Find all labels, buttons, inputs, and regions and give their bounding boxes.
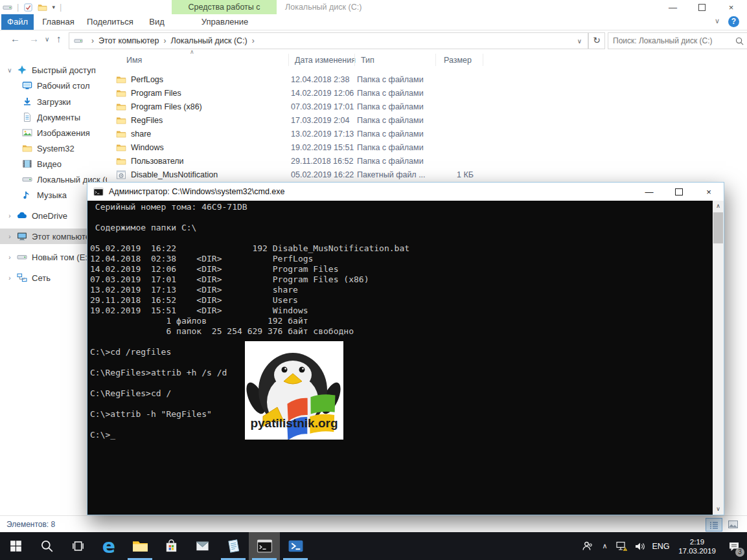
- scrollbar-thumb[interactable]: [713, 212, 723, 243]
- search-input[interactable]: Поиск: Локальный диск (C:): [608, 32, 747, 49]
- music-icon: [22, 190, 32, 200]
- restore-button[interactable]: [687, 0, 717, 14]
- file-row-program-files-x86[interactable]: Program Files (x86) 07.03.2019 17:01 Пап…: [107, 100, 489, 113]
- documents-icon: [22, 112, 32, 122]
- sidebar-item-quick-access[interactable]: ∨ Быстрый доступ: [0, 62, 107, 78]
- edge-button[interactable]: e: [93, 532, 124, 560]
- tab-file[interactable]: Файл: [1, 14, 34, 30]
- cmd-taskbar-button[interactable]: [249, 532, 280, 560]
- folder-icon: [116, 142, 126, 153]
- ribbon-expand-icon[interactable]: ∨: [715, 17, 720, 25]
- search-icon[interactable]: [735, 37, 744, 45]
- help-icon[interactable]: ?: [728, 16, 739, 27]
- cmd-minimize-button[interactable]: —: [634, 183, 664, 201]
- scroll-up-icon[interactable]: ∧: [713, 201, 724, 212]
- address-dropdown-icon[interactable]: ∨: [571, 38, 588, 45]
- file-row-share[interactable]: share 13.02.2019 17:13 Папка с файлами: [107, 127, 489, 140]
- close-button[interactable]: ×: [717, 0, 746, 14]
- tab-home[interactable]: Главная: [39, 14, 78, 30]
- notepad-icon: [226, 539, 241, 554]
- qat-new-folder-icon[interactable]: [38, 3, 47, 12]
- address-bar[interactable]: › Этот компьютер › Локальный диск (C:) ›…: [69, 32, 588, 49]
- minimize-button[interactable]: —: [658, 0, 687, 14]
- column-header-date[interactable]: Дата изменения: [295, 53, 356, 67]
- folder-icon: [116, 88, 126, 98]
- edge-icon: e: [102, 537, 115, 556]
- refresh-icon[interactable]: ↻: [588, 32, 605, 49]
- context-tab-header: Средства работы с дисками: [172, 0, 277, 14]
- tab-view[interactable]: Вид: [143, 14, 171, 30]
- task-view-icon: [72, 540, 84, 552]
- file-row-users[interactable]: Пользователи 29.11.2018 16:52 Папка с фа…: [107, 154, 489, 168]
- chevron-right-icon[interactable]: ›: [5, 254, 14, 261]
- navigation-bar: ← → ∨ ↑ › Этот компьютер › Локальный дис…: [0, 30, 747, 51]
- column-divider[interactable]: [354, 54, 355, 66]
- column-divider[interactable]: [483, 54, 483, 66]
- tab-share[interactable]: Поделиться: [82, 14, 139, 30]
- restore-icon: [698, 4, 706, 11]
- network-warning-icon[interactable]: [614, 532, 631, 560]
- list-view-icon: [709, 521, 718, 529]
- mail-button[interactable]: [187, 532, 218, 560]
- breadcrumb-this-pc[interactable]: Этот компьютер: [98, 36, 159, 45]
- clock-date: 17.03.2019: [673, 546, 721, 555]
- breadcrumb-local-disk-c[interactable]: Локальный диск (C:): [170, 36, 247, 45]
- column-header-type[interactable]: Тип: [361, 53, 374, 67]
- store-button[interactable]: [155, 532, 187, 560]
- file-explorer-button[interactable]: [124, 532, 155, 560]
- batch-file-icon: [116, 170, 126, 180]
- people-icon[interactable]: [579, 532, 596, 560]
- terminal-area[interactable]: Серийный номер тома: 46C9-71DB Содержимо…: [87, 201, 724, 515]
- file-row-windows[interactable]: Windows 19.02.2019 15:51 Папка с файлами: [107, 140, 489, 154]
- thumbnail-view-toggle[interactable]: [725, 518, 741, 530]
- column-divider[interactable]: [435, 54, 436, 66]
- back-button[interactable]: ←: [10, 33, 20, 44]
- forward-button[interactable]: →: [29, 33, 39, 44]
- file-row-perflogs[interactable]: PerfLogs 12.04.2018 2:38 Папка с файлами: [107, 73, 489, 86]
- taskbar-search-button[interactable]: [31, 532, 62, 560]
- column-header-size[interactable]: Размер: [444, 53, 472, 67]
- store-icon: [164, 539, 179, 554]
- task-view-button[interactable]: [62, 532, 93, 560]
- language-indicator[interactable]: ENG: [649, 532, 673, 560]
- file-row-disable-musnotification[interactable]: Disable_MusNotification 05.02.2019 16:22…: [107, 168, 489, 181]
- qat-properties-icon[interactable]: [23, 3, 33, 12]
- up-button[interactable]: ↑: [56, 33, 62, 44]
- column-header-name[interactable]: Имя: [126, 53, 142, 67]
- scroll-down-icon[interactable]: ∨: [713, 504, 724, 515]
- list-view-toggle[interactable]: [706, 518, 722, 532]
- file-row-regfiles[interactable]: RegFiles 17.03.2019 2:04 Папка с файлами: [107, 113, 489, 127]
- tab-manage[interactable]: Управление: [183, 14, 267, 30]
- cmd-maximize-button[interactable]: [664, 183, 694, 201]
- app-drive-icon: [3, 3, 12, 12]
- sort-ascending-icon: ∧: [190, 49, 194, 55]
- maximize-icon: [675, 188, 683, 196]
- chevron-right-icon[interactable]: ›: [5, 212, 14, 219]
- folder-icon: [22, 143, 32, 153]
- action-center-button[interactable]: 3: [721, 532, 747, 560]
- qat-customize-caret-icon[interactable]: ▾: [52, 4, 55, 10]
- chevron-right-icon[interactable]: ›: [5, 233, 14, 240]
- watermark-text: pyatilistnik.org: [250, 416, 338, 430]
- volume-icon[interactable]: [631, 532, 649, 560]
- powershell-button[interactable]: [280, 532, 311, 560]
- notepad-button[interactable]: [218, 532, 249, 560]
- watermark-logo: pyatilistnik.org: [245, 341, 343, 440]
- onedrive-cloud-icon: [17, 210, 27, 221]
- taskbar-clock[interactable]: 2:19 17.03.2019: [673, 537, 721, 555]
- quick-access-toolbar: | ▾ |: [3, 1, 62, 13]
- terminal-scrollbar[interactable]: ∧ ∨: [713, 201, 724, 515]
- tray-expand-icon[interactable]: ∧: [596, 532, 614, 560]
- history-caret-icon[interactable]: ∨: [45, 36, 49, 43]
- start-button[interactable]: [0, 532, 31, 560]
- chevron-down-icon[interactable]: ∨: [5, 67, 14, 74]
- windows-logo-icon: [10, 540, 22, 552]
- file-row-program-files[interactable]: Program Files 14.02.2019 12:06 Папка с ф…: [107, 86, 489, 100]
- cmd-titlebar[interactable]: Администратор: C:\Windows\system32\cmd.e…: [87, 183, 724, 201]
- chevron-right-icon[interactable]: ›: [5, 274, 14, 282]
- cmd-window: Администратор: C:\Windows\system32\cmd.e…: [87, 182, 724, 515]
- cmd-close-button[interactable]: ×: [694, 183, 724, 201]
- folder-icon: [116, 74, 126, 85]
- folder-icon: [116, 102, 126, 112]
- column-divider[interactable]: [288, 54, 289, 66]
